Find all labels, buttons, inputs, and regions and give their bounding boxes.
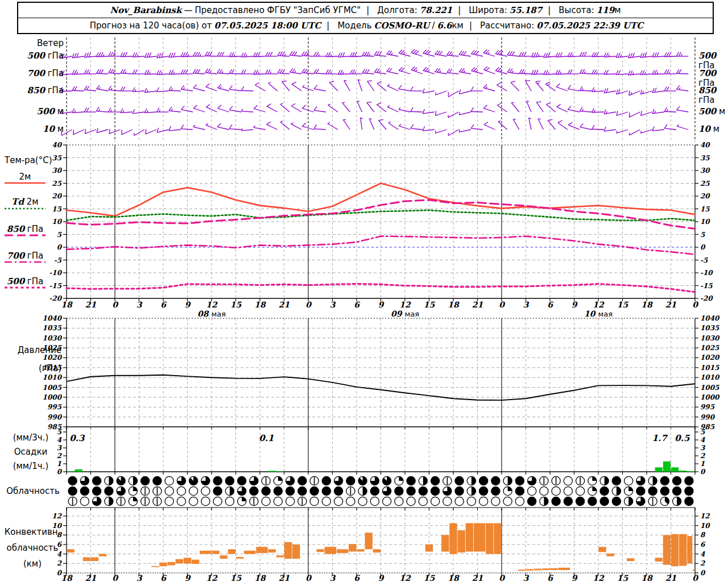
hour-label: 0: [692, 300, 698, 309]
hour-label-bottom: 0: [305, 573, 312, 582]
cloud-cover-symbol: [105, 487, 113, 495]
precip-bar: [671, 467, 679, 472]
pressure-tick-label-right: 1025: [700, 344, 719, 352]
precip-bar: [655, 467, 663, 472]
cloud-cover-symbol: [515, 487, 524, 495]
wind-barb-row-10м: [61, 118, 688, 135]
temp-legend-500hpa: 500 гПа: [5, 277, 46, 286]
wind-row-label-700hpa: 700 гПа: [5, 69, 64, 78]
precip-tick-label-right: 1: [700, 460, 705, 468]
cloud-cover-symbol: [588, 497, 597, 505]
precip-tick-label-right: 3: [700, 444, 706, 452]
hour-label-bottom: 15: [424, 573, 436, 582]
hour-label-bottom: 3: [330, 573, 336, 582]
hour-label: 3: [523, 300, 530, 309]
cloud-cover-symbol: [564, 476, 572, 485]
convective-cloud-bar: [526, 569, 533, 571]
precip-tick-label-right: 4: [700, 436, 705, 444]
cloud-cover-symbol: [479, 497, 488, 505]
convective-cloud-bar: [256, 547, 267, 553]
wind-barb-row-850гПа: [60, 80, 689, 97]
cloud-okta-wedge: [230, 487, 234, 495]
pressure-tick-label-right: 1010: [700, 373, 720, 381]
cloud-cover-symbol: [153, 476, 162, 485]
cloud-cover-symbol: [660, 476, 669, 485]
cloud-cover-symbol: [322, 476, 330, 485]
precip-panel-title: Осадки: [2, 447, 59, 457]
hour-label-bottom: 15: [617, 573, 629, 582]
convective-cloud-bar: [486, 523, 493, 554]
cloud-cover-symbol: [600, 487, 609, 495]
temp-tick-label-left: -15: [49, 282, 61, 290]
convective-cloud-bar: [292, 544, 300, 559]
convective-cloud-bar: [598, 547, 606, 552]
wind-row-label-10m-right: 10 м: [698, 124, 719, 134]
cloud-cover-symbol: [515, 476, 524, 485]
convective-cloud-bar: [373, 549, 380, 552]
temp-tick-label-left: 40: [52, 141, 62, 149]
cloud-cover-symbol: [479, 487, 488, 495]
hour-label-bottom: 3: [523, 573, 530, 582]
convective-tick-label-right: 2: [700, 559, 706, 567]
wind-row-label-850hpa: 850 гПа: [5, 86, 64, 95]
cloud-cover-symbol: [407, 487, 415, 495]
hour-label-bottom: 0: [112, 573, 118, 582]
cloud-okta-wedge: [423, 476, 428, 485]
cloud-cover-symbol: [322, 497, 330, 505]
cloud-okta-wedge: [278, 476, 283, 481]
cloud-okta-wedge: [109, 476, 113, 485]
hour-label: 21: [279, 300, 290, 309]
cloud-cover-symbol: [189, 487, 198, 495]
day-label: 09 мая: [391, 309, 419, 318]
wind-row-label-500m-right: 500 м: [698, 107, 725, 117]
cloud-cover-symbol: [298, 476, 307, 485]
hour-label-bottom: 3: [136, 573, 143, 582]
temp-tick-label-right: 25: [700, 180, 710, 188]
cloud-cover-symbol: [395, 497, 403, 505]
hour-label-bottom: 6: [547, 573, 553, 582]
convective-cloud-bar: [200, 551, 211, 554]
cloud-cover-symbol: [552, 497, 560, 505]
temp-tick-label-right: 10: [700, 218, 710, 226]
cloud-okta-wedge: [544, 497, 548, 505]
pressure-tick-label-left: 1000: [43, 393, 63, 401]
cloud-cover-symbol: [165, 497, 173, 505]
cloud-cover-symbol: [250, 487, 258, 495]
wind-row-label-850hpa-right: 850 гПа: [698, 86, 728, 105]
cloud-cover-symbol: [479, 476, 488, 485]
cloud-cover-symbol: [528, 487, 536, 495]
convective-cloud-bar: [693, 569, 694, 571]
cloud-okta-wedge: [133, 497, 138, 501]
temp-tick-label-right: 20: [700, 192, 710, 200]
cloud-cover-symbol: [370, 497, 379, 505]
cloud-cover-symbol: [612, 497, 621, 505]
cloud-cover-symbol: [503, 497, 512, 505]
convective-cloud-bar: [99, 554, 106, 556]
temp-tick-label-left: 35: [52, 154, 61, 162]
cloud-cover-symbol: [68, 476, 77, 485]
cloud-cover-symbol: [455, 487, 464, 495]
precip-bar: [67, 471, 75, 472]
hour-label-bottom: 9: [572, 573, 578, 582]
precip-amount-label: 1.7: [652, 433, 668, 443]
hour-label-bottom: 6: [354, 573, 360, 582]
pressure-tick-label-right: 990: [700, 413, 715, 421]
hour-label-bottom: 21: [665, 573, 677, 582]
cloud-cover-symbol: [552, 487, 560, 495]
cloud-cover-symbol: [419, 497, 427, 505]
temp-tick-label-right: -20: [700, 294, 713, 302]
convective-cloud-bar: [317, 549, 324, 552]
pressure-tick-label-left: 1035: [43, 324, 62, 332]
hour-label: 0: [305, 300, 312, 309]
hour-label-bottom: 12: [206, 573, 218, 582]
meteogram-page: Nov_Barabinsk — Предоставлено ФГБУ "ЗапС…: [0, 0, 728, 582]
cloud-cover-symbol: [407, 497, 415, 505]
temp-tick-label-left: 10: [52, 218, 62, 226]
convective-cloud-bar: [425, 544, 433, 552]
hour-label: 0: [112, 300, 118, 309]
precip-bar: [276, 471, 284, 472]
cloud-cover-symbol: [673, 487, 681, 495]
precip-amount-label: 0.1: [259, 433, 274, 443]
precipitation-panel: 5544332211000.30.11.70.5: [57, 427, 706, 476]
hour-label-bottom: 0: [692, 573, 698, 582]
